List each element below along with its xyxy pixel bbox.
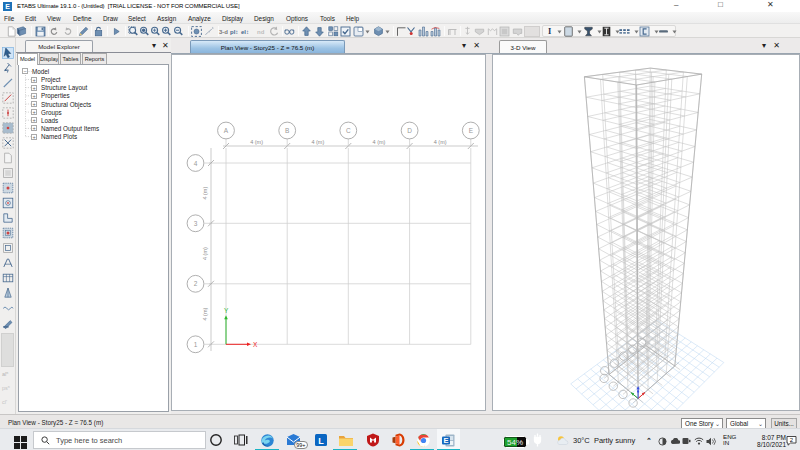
- svg-text:B: B: [285, 127, 289, 134]
- svg-text:4 (m): 4 (m): [311, 139, 324, 145]
- svg-text:L: L: [318, 436, 324, 446]
- svg-text:3: 3: [194, 220, 198, 227]
- svg-text:4: 4: [194, 160, 198, 167]
- svg-text:4 (m): 4 (m): [373, 139, 386, 145]
- svg-text:Y: Y: [224, 307, 229, 314]
- svg-text:1: 1: [194, 341, 198, 348]
- svg-text:A: A: [224, 127, 229, 134]
- svg-text:X: X: [253, 341, 258, 348]
- svg-text:4 (m): 4 (m): [203, 308, 209, 321]
- svg-text:C: C: [346, 127, 351, 134]
- svg-text:4 (m): 4 (m): [203, 247, 209, 260]
- svg-text:4 (m): 4 (m): [203, 187, 209, 200]
- svg-text:4 (m): 4 (m): [434, 139, 447, 145]
- svg-text:D: D: [407, 127, 412, 134]
- svg-text:2: 2: [194, 280, 198, 287]
- svg-text:E: E: [443, 436, 448, 445]
- svg-text:54%: 54%: [507, 438, 523, 447]
- svg-text:4 (m): 4 (m): [250, 139, 263, 145]
- svg-text:E: E: [469, 127, 474, 134]
